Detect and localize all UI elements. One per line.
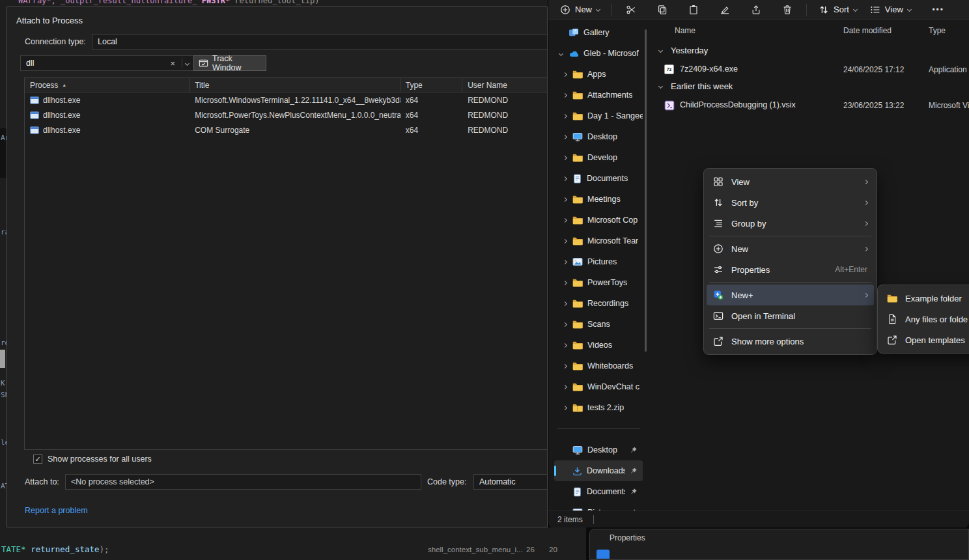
chevron-right-icon[interactable] — [563, 260, 568, 264]
chevron-right-icon[interactable] — [563, 156, 568, 160]
column-header-title[interactable]: Title — [190, 78, 400, 92]
scissors-icon — [626, 5, 636, 15]
chevron-right-icon[interactable] — [563, 94, 568, 97]
sort-button[interactable]: Sort — [812, 1, 864, 19]
chevron-right-icon[interactable] — [563, 240, 568, 243]
column-header-process[interactable]: Process ▲ — [25, 78, 190, 92]
sidebar-item-pictures[interactable]: Pictures — [554, 251, 643, 272]
sidebar-item-pictures-pinned[interactable]: Pictures — [554, 502, 643, 511]
column-header-user[interactable]: User Name — [462, 78, 548, 92]
share-button[interactable] — [745, 1, 767, 19]
rename-button[interactable] — [714, 1, 736, 19]
sidebar-item-desktop-pinned[interactable]: Desktop — [554, 440, 643, 460]
code-token: WArray*, — [18, 0, 61, 5]
menu-separator — [709, 282, 871, 283]
sidebar-item-develop[interactable]: Develop — [554, 147, 643, 168]
process-row[interactable]: dllhost.exe Microsoft.WindowsTerminal_1.… — [25, 92, 548, 107]
sidebar-item-powertoys[interactable]: PowerToys — [554, 272, 643, 293]
copy-button[interactable] — [651, 1, 673, 19]
sidebar-item-label: Desktop — [587, 132, 617, 141]
submenu-chevron-icon — [864, 200, 868, 204]
submenu-item-any-files-or-folders[interactable]: Any files or folde — [880, 309, 969, 329]
sidebar-item-apps[interactable]: Apps — [554, 64, 643, 85]
group-header-yesterday[interactable]: Yesterday — [651, 43, 969, 60]
chevron-right-icon[interactable] — [563, 323, 568, 326]
file-row-7z-exe[interactable]: 7z 7z2409-x64.exe 24/06/2025 17:12 Appli… — [651, 61, 969, 78]
menu-item-view[interactable]: View — [707, 171, 874, 192]
chevron-right-icon[interactable] — [563, 219, 568, 222]
sidebar-item-meetings[interactable]: Meetings — [554, 189, 643, 210]
chevron-right-icon[interactable] — [563, 406, 568, 410]
document-icon — [572, 487, 582, 497]
chevron-right-icon[interactable] — [563, 365, 568, 368]
view-button[interactable]: View — [864, 1, 918, 19]
sidebar-item-scans[interactable]: Scans — [554, 314, 643, 335]
sidebar-item-gallery[interactable]: Gallery — [554, 22, 643, 43]
sidebar-item-windevchat[interactable]: WinDevChat c — [554, 376, 643, 397]
code-type-select[interactable]: Automatic — [473, 474, 548, 490]
sidebar-item-videos[interactable]: Videos — [554, 335, 643, 356]
sidebar-item-documents-pinned[interactable]: Documents — [554, 481, 643, 502]
menu-item-open-in-terminal[interactable]: Open in Terminal — [707, 305, 874, 326]
sidebar-item-tests-zip[interactable]: tests 2.zip — [554, 397, 643, 418]
show-all-users-checkbox[interactable]: ✓ Show processes for all users — [33, 453, 152, 466]
group-header-earlier-this-week[interactable]: Earlier this week — [651, 79, 969, 96]
scrollbar-thumb[interactable] — [0, 350, 5, 368]
properties-window-icon — [597, 550, 610, 559]
menu-item-properties[interactable]: Properties Alt+Enter — [707, 259, 874, 280]
sidebar-item-downloads-pinned[interactable]: Downloads — [554, 460, 643, 481]
sidebar-item-recordings[interactable]: Recordings — [554, 293, 643, 314]
checkbox[interactable]: ✓ — [33, 455, 42, 464]
menu-item-show-more-options[interactable]: Show more options — [707, 331, 874, 352]
track-window-button[interactable]: Track Window — [193, 55, 266, 71]
sidebar-item-documents[interactable]: Documents — [554, 168, 643, 189]
chevron-down-icon[interactable] — [559, 52, 564, 55]
attach-to-field[interactable]: <No process selected> — [65, 474, 421, 490]
sidebar-item-label: Apps — [587, 70, 606, 79]
chevron-right-icon[interactable] — [563, 281, 568, 285]
connection-type-select[interactable]: Local — [92, 34, 548, 49]
chevron-right-icon[interactable] — [563, 115, 568, 118]
sidebar-item-onedrive-gleb[interactable]: Gleb - Microsof — [554, 43, 643, 64]
file-row-vsix[interactable]: ChildProcessDebugging (1).vsix 23/06/202… — [651, 97, 969, 114]
chevron-right-icon[interactable] — [563, 385, 568, 389]
file-type: Microsoft Vi — [929, 101, 969, 110]
chevron-right-icon[interactable] — [563, 302, 568, 305]
submenu-item-open-templates[interactable]: Open templates — [880, 329, 969, 350]
clear-filter-icon[interactable]: × — [167, 59, 178, 68]
delete-button[interactable] — [776, 1, 798, 19]
new-button[interactable]: New — [554, 1, 606, 19]
column-date-modified[interactable]: Date modified — [843, 26, 892, 35]
report-a-problem-link[interactable]: Report a problem — [25, 506, 88, 515]
sidebar-item-whiteboards[interactable]: Whiteboards — [554, 356, 643, 376]
cut-button[interactable] — [620, 1, 642, 19]
menu-item-sort-by[interactable]: Sort by — [707, 192, 874, 213]
chevron-right-icon[interactable] — [563, 135, 568, 139]
zip-folder-icon — [572, 403, 583, 412]
sidebar-item-desktop[interactable]: Desktop — [554, 126, 643, 147]
chevron-right-icon[interactable] — [563, 344, 568, 347]
submenu-item-example-folder[interactable]: Example folder — [880, 288, 969, 309]
menu-item-group-by[interactable]: Group by — [707, 213, 874, 234]
menu-item-new[interactable]: New — [707, 238, 874, 259]
process-row[interactable]: dllhost.exe COM Surrogate x64 REDMOND — [25, 122, 548, 137]
sidebar-item-microsoft-copilot[interactable]: Microsoft Cop — [554, 210, 643, 231]
paste-button[interactable] — [682, 1, 705, 19]
column-name[interactable]: Name — [675, 26, 695, 35]
column-type[interactable]: Type — [929, 26, 946, 35]
process-filter-input[interactable]: dll × — [20, 55, 195, 71]
column-header-type[interactable]: Type — [400, 78, 462, 92]
sidebar-item-day1[interactable]: Day 1 - Sangee — [554, 105, 643, 126]
filter-dropdown-icon[interactable] — [185, 61, 190, 65]
navigation-scrollbar[interactable] — [645, 29, 647, 352]
chevron-right-icon[interactable] — [563, 198, 568, 201]
sidebar-item-microsoft-teams[interactable]: Microsoft Tear — [554, 231, 643, 251]
monitor-icon — [572, 132, 583, 141]
sidebar-item-attachments[interactable]: Attachments — [554, 85, 643, 105]
folder-icon — [572, 91, 583, 100]
menu-item-new-plus[interactable]: New+ — [707, 285, 874, 305]
process-row[interactable]: dllhost.exe Microsoft.PowerToys.NewPlusC… — [25, 107, 548, 122]
more-options-button[interactable]: ••• — [932, 5, 944, 14]
chevron-right-icon[interactable] — [563, 177, 568, 180]
chevron-right-icon[interactable] — [563, 73, 568, 76]
